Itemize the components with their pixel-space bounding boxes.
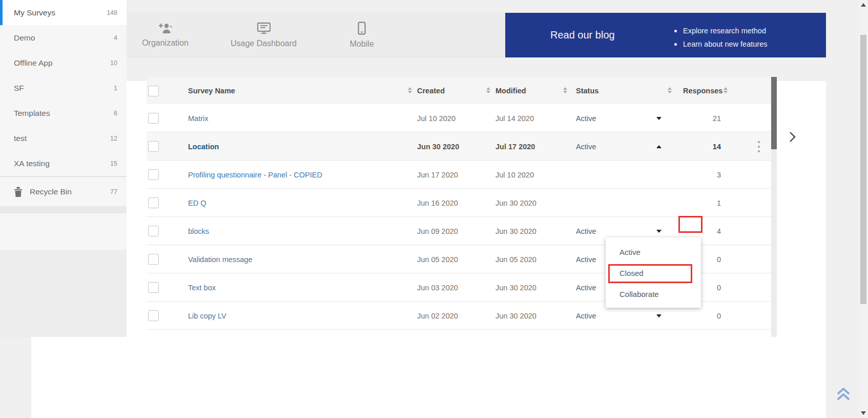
banner-bullet-item[interactable]: Learn about new features [674, 37, 767, 51]
created-date: Jun 30 2020 [417, 132, 459, 161]
column-header-created[interactable]: Created [417, 77, 445, 104]
created-date: Jul 10 2020 [417, 104, 456, 132]
page-scrollbar[interactable] [859, 0, 868, 418]
status-option-collaborate[interactable]: Collaborate [606, 284, 701, 304]
sidebar-item-count: 4 [114, 34, 117, 42]
folders-sidebar: My Surveys148Demo4Offline App10SF1Templa… [0, 0, 127, 337]
sidebar-item-label: My Surveys [14, 8, 107, 17]
survey-name-link[interactable]: Lib copy LV [188, 302, 226, 330]
sidebar-item-xa-testing[interactable]: XA testing15 [0, 151, 127, 176]
row-checkbox[interactable] [148, 310, 159, 321]
nav-tab-label: Mobile [349, 39, 374, 49]
nav-tab-usage-dashboard[interactable]: Usage Dashboard [211, 12, 317, 57]
sidebar-item-label: test [14, 134, 110, 143]
modified-date: Jun 30 2020 [495, 273, 536, 302]
survey-name-link[interactable]: Profiling questionnaire - Panel - COPIED [188, 161, 322, 189]
sort-icon[interactable] [563, 87, 567, 93]
table-scrollbar-thumb[interactable] [771, 77, 777, 149]
survey-name-link[interactable]: Text box [188, 273, 216, 302]
status-dropdown-caret[interactable] [653, 132, 665, 161]
row-checkbox[interactable] [148, 141, 159, 152]
mobile-icon [358, 22, 366, 35]
double-chevron-up-icon [834, 386, 853, 402]
banner-bullet-label: Learn about new features [683, 40, 767, 48]
status-dropdown-caret[interactable] [653, 104, 665, 132]
sidebar-item-count: 148 [107, 9, 117, 16]
status-value: Active [576, 104, 596, 132]
sidebar-empty-area [0, 250, 127, 337]
row-checkbox[interactable] [148, 226, 159, 236]
sort-icon[interactable] [486, 87, 490, 93]
status-dropdown-menu: ActiveClosedCollaborate [606, 237, 701, 308]
column-header-modified[interactable]: Modified [495, 77, 526, 104]
modified-date: Jun 30 2020 [495, 302, 536, 330]
sidebar-item-label: SF [14, 84, 114, 93]
modified-date: Jul 14 2020 [495, 104, 534, 132]
row-kebab-menu[interactable] [754, 141, 764, 152]
responses-count: 1 [685, 189, 721, 217]
survey-name-link[interactable]: ED Q [188, 189, 206, 217]
banner-bullet-label: Explore research method [683, 27, 766, 35]
survey-name-link[interactable]: Validation message [188, 245, 252, 273]
scroll-to-top-button[interactable] [834, 386, 853, 402]
banner-bullet-item[interactable]: Explore research method [674, 24, 767, 37]
sidebar-item-recycle-bin[interactable]: Recycle Bin 77 [0, 177, 127, 206]
survey-name-link[interactable]: Location [188, 132, 219, 161]
sort-icon[interactable] [724, 87, 728, 93]
sidebar-item-my-surveys[interactable]: My Surveys148 [0, 0, 127, 25]
sidebar-item-templates[interactable]: Templates6 [0, 101, 127, 126]
row-checkbox[interactable] [148, 169, 159, 180]
sidebar-item-count: 12 [110, 135, 117, 142]
sidebar-item-count: 15 [110, 160, 117, 167]
survey-name-link[interactable]: blocks [188, 217, 209, 245]
next-page-button[interactable] [786, 131, 798, 143]
sort-icon[interactable] [408, 87, 412, 93]
sidebar-item-label: Demo [14, 33, 114, 43]
add-people-icon [158, 23, 173, 34]
modified-date: Jun 05 2020 [495, 245, 536, 273]
table-header-row: Survey Name Created Modified Status Resp… [147, 77, 771, 104]
bullet-icon [674, 30, 677, 32]
blog-banner[interactable]: Read our blog Explore research methodLea… [505, 13, 826, 57]
sidebar-item-label: Templates [14, 109, 114, 118]
row-checkbox[interactable] [148, 113, 159, 124]
scrollbar-down-arrow-icon[interactable] [861, 411, 866, 415]
table-scrollbar-track[interactable] [771, 77, 777, 337]
modified-date: Jul 17 2020 [495, 132, 535, 161]
table-row: Profiling questionnaire - Panel - COPIED… [147, 161, 771, 189]
page-scrollbar-thumb[interactable] [860, 35, 866, 304]
column-header-responses[interactable]: Responses [683, 77, 722, 104]
modified-date: Jul 10 2020 [495, 161, 534, 189]
caret-up-icon [656, 145, 662, 148]
sort-icon[interactable] [668, 87, 672, 93]
row-checkbox[interactable] [148, 254, 159, 265]
status-option-closed[interactable]: Closed [606, 263, 701, 283]
nav-tab-organization[interactable]: Organization [120, 12, 211, 57]
column-header-status[interactable]: Status [576, 77, 598, 104]
sidebar-item-label: Offline App [14, 58, 110, 68]
sidebar-item-sf[interactable]: SF1 [0, 75, 127, 101]
sidebar-item-count: 77 [110, 188, 117, 195]
created-date: Jun 09 2020 [417, 217, 458, 245]
status-option-active[interactable]: Active [606, 242, 701, 262]
row-checkbox[interactable] [148, 197, 159, 208]
column-header-survey-name[interactable]: Survey Name [188, 77, 235, 104]
bullet-icon [674, 43, 677, 46]
scrollbar-up-arrow-icon[interactable] [861, 3, 866, 7]
select-all-checkbox[interactable] [148, 86, 159, 96]
chevron-right-icon [786, 131, 798, 143]
modified-date: Jun 30 2020 [495, 217, 536, 245]
sidebar-item-test[interactable]: test12 [0, 126, 127, 151]
sidebar-item-offline-app[interactable]: Offline App10 [0, 50, 127, 75]
survey-name-link[interactable]: Matrix [188, 104, 208, 132]
responses-count: 14 [685, 132, 721, 161]
table-row: ED QJun 16 2020Jun 30 20201 [147, 189, 771, 217]
table-row: MatrixJul 10 2020Jul 14 2020Active21 [147, 104, 771, 132]
nav-tab-mobile[interactable]: Mobile [317, 12, 407, 57]
sidebar-item-count: 1 [114, 85, 117, 92]
row-checkbox[interactable] [148, 282, 159, 293]
blog-banner-title[interactable]: Read our blog [550, 29, 615, 41]
responses-count: 3 [685, 161, 721, 189]
sidebar-item-demo[interactable]: Demo4 [0, 25, 127, 50]
dashboard-icon [257, 22, 271, 34]
